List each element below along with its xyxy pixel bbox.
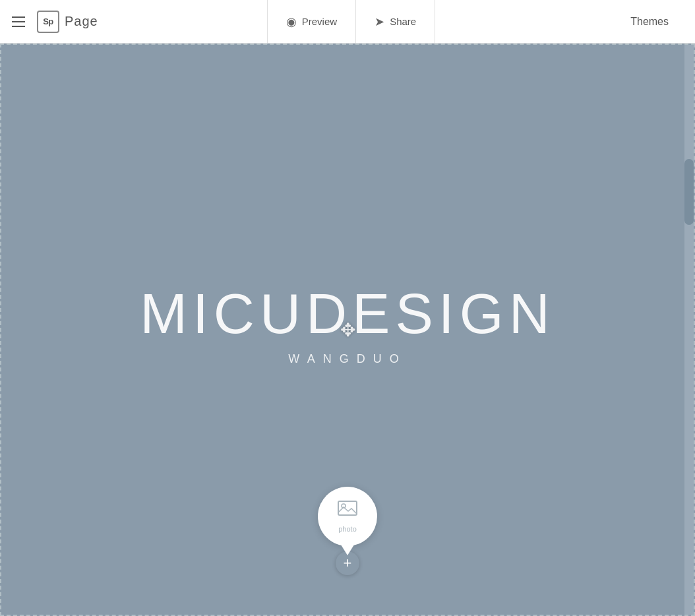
share-label: Share: [390, 16, 416, 27]
center-actions: ◉ Preview ➤ Share: [267, 0, 435, 44]
scrollbar-track[interactable]: [684, 45, 694, 615]
preview-label: Preview: [302, 16, 337, 27]
preview-button[interactable]: ◉ Preview: [268, 0, 355, 44]
share-button[interactable]: ➤ Share: [355, 0, 435, 44]
sp-logo-icon: Sp: [37, 11, 59, 33]
logo-area[interactable]: Sp Page: [37, 11, 98, 33]
add-icon: +: [344, 556, 352, 570]
photo-bubble-container: photo +: [318, 487, 377, 575]
canvas-area[interactable]: MICUDESIGN WANGDUO ✥ photo +: [0, 44, 695, 616]
main-title: MICUDESIGN: [140, 285, 555, 342]
themes-label: Themes: [630, 16, 669, 28]
svg-rect-0: [338, 501, 357, 515]
hero-title-group: MICUDESIGN WANGDUO: [140, 285, 555, 366]
photo-bubble[interactable]: photo: [318, 487, 377, 546]
scrollbar-thumb[interactable]: [684, 159, 694, 225]
sub-title: WANGDUO: [140, 352, 555, 366]
themes-button[interactable]: Themes: [604, 0, 695, 44]
page-title: Page: [65, 14, 98, 29]
photo-label: photo: [338, 525, 357, 533]
hamburger-icon: [12, 16, 25, 27]
preview-icon: ◉: [286, 15, 297, 29]
share-icon: ➤: [375, 15, 384, 29]
menu-button[interactable]: [0, 0, 37, 44]
photo-icon: [338, 501, 357, 522]
header-toolbar: Sp Page ◉ Preview ➤ Share Themes: [0, 0, 695, 44]
